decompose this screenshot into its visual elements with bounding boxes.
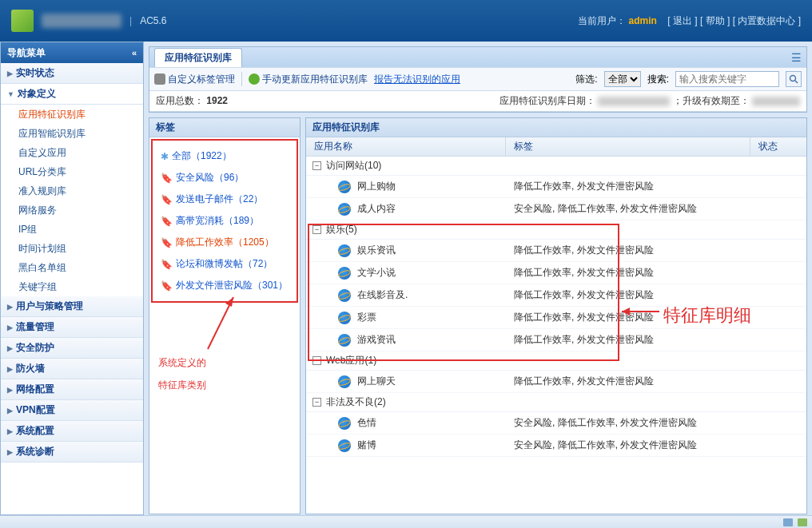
tag-label: 降低工作效率（1205）: [176, 236, 274, 249]
help-link[interactable]: [ 帮助 ]: [700, 15, 730, 26]
nav-label: 系统配置: [16, 424, 54, 438]
tab-app-signature-lib[interactable]: 应用特征识别库: [154, 48, 242, 67]
nav-label: 流量管理: [16, 320, 54, 334]
report-unknown-link[interactable]: 报告无法识别的应用: [374, 73, 460, 86]
nav-item[interactable]: ▶系统配置: [1, 421, 143, 442]
search-button[interactable]: [786, 71, 802, 87]
search-input[interactable]: [675, 71, 779, 87]
data-center-link[interactable]: [ 内置数据中心 ]: [733, 15, 801, 26]
nav-item[interactable]: ▼对象定义: [1, 84, 143, 105]
collapse-toggle-icon[interactable]: −: [312, 161, 321, 170]
nav-item[interactable]: ▶VPN配置: [1, 400, 143, 421]
nav-subitem[interactable]: 应用特征识别库: [1, 105, 143, 124]
tag-item[interactable]: 🔖论坛和微博发帖（72）: [159, 253, 290, 275]
nav-item[interactable]: ▶实时状态: [1, 63, 143, 84]
nav-item[interactable]: ▶网络配置: [1, 379, 143, 400]
tag-item[interactable]: 🔖降低工作效率（1205）: [159, 232, 290, 253]
app-row[interactable]: 网上购物降低工作效率, 外发文件泄密风险: [306, 176, 806, 198]
filter-label: 筛选:: [575, 73, 597, 86]
app-tags: 降低工作效率, 外发文件泄密风险: [514, 266, 654, 280]
ie-icon: [338, 417, 351, 430]
status-icon-1[interactable]: [783, 518, 793, 526]
tags-list: ✱全部（1922）🔖安全风险（96）🔖发送电子邮件（22）🔖高带宽消耗（189）…: [151, 139, 298, 303]
nav-item[interactable]: ▶防火墙: [1, 359, 143, 379]
app-name: 彩票: [357, 311, 514, 324]
tag-icon: 🔖: [161, 216, 173, 227]
grid-body[interactable]: −访问网站(10)网上购物降低工作效率, 外发文件泄密风险成人内容安全风险, 降…: [306, 157, 806, 514]
group-name: 非法及不良(2): [326, 395, 386, 409]
custom-tags-button[interactable]: 自定义标签管理: [154, 73, 235, 86]
app-row[interactable]: 成人内容安全风险, 降低工作效率, 外发文件泄密风险: [306, 198, 806, 220]
tag-item[interactable]: 🔖安全风险（96）: [159, 167, 290, 189]
col-tag[interactable]: 标签: [506, 137, 750, 156]
ie-icon: [338, 203, 351, 216]
app-name: 游戏资讯: [357, 333, 514, 347]
group-row[interactable]: −Web应用(1): [306, 351, 806, 371]
collapse-toggle-icon[interactable]: −: [312, 356, 321, 365]
group-row[interactable]: −访问网站(10): [306, 157, 806, 176]
tab-bar: 应用特征识别库 ☰: [149, 47, 806, 68]
app-row[interactable]: 网上聊天降低工作效率, 外发文件泄密风险: [306, 371, 806, 393]
chevron-icon: ▶: [7, 69, 13, 77]
nav-subitem[interactable]: IP组: [1, 220, 143, 239]
collapse-toggle-icon[interactable]: −: [312, 225, 321, 234]
tag-icon: 🔖: [161, 280, 173, 292]
collapse-toggle-icon[interactable]: −: [312, 398, 321, 407]
tag-item[interactable]: 🔖高带宽消耗（189）: [159, 210, 290, 232]
logout-link[interactable]: [ 退出 ]: [667, 15, 697, 26]
app-row[interactable]: 文学小说降低工作效率, 外发文件泄密风险: [306, 262, 806, 284]
nav-subitem[interactable]: 黑白名单组: [1, 258, 143, 277]
filter-select[interactable]: 全部: [604, 71, 641, 87]
tags-panel-header: 标签: [149, 118, 300, 137]
tag-item[interactable]: 🔖发送电子邮件（22）: [159, 189, 290, 210]
app-tags: 降低工作效率, 外发文件泄密风险: [514, 375, 654, 388]
tag-item[interactable]: 🔖外发文件泄密风险（301）: [159, 275, 290, 296]
nav-item[interactable]: ▶用户与策略管理: [1, 296, 143, 317]
app-tags: 降低工作效率, 外发文件泄密风险: [514, 244, 654, 257]
tab-menu-icon[interactable]: ☰: [791, 51, 802, 64]
star-icon: ✱: [161, 151, 169, 162]
col-status[interactable]: 状态: [750, 137, 806, 156]
group-name: Web应用(1): [326, 354, 376, 367]
chevron-icon: ▶: [7, 324, 13, 331]
nav-label: 网络配置: [16, 383, 54, 396]
nav-item[interactable]: ▶系统诊断: [1, 442, 143, 462]
ie-icon: [338, 181, 351, 193]
chevron-icon: ▶: [7, 407, 13, 415]
nav-subitem[interactable]: 时间计划组: [1, 239, 143, 258]
group-row[interactable]: −非法及不良(2): [306, 393, 806, 412]
app-row[interactable]: 娱乐资讯降低工作效率, 外发文件泄密风险: [306, 240, 806, 262]
magnifier-icon: [789, 74, 798, 84]
nav-subitem[interactable]: URL分类库: [1, 162, 143, 181]
tag-icon: 🔖: [161, 173, 173, 184]
nav-label: 实时状态: [16, 66, 54, 80]
nav-subitem[interactable]: 网络服务: [1, 200, 143, 220]
nav-label: 对象定义: [18, 87, 56, 101]
app-tags: 降低工作效率, 外发文件泄密风险: [514, 180, 654, 193]
lib-date-value-blur: [598, 97, 670, 106]
app-row[interactable]: 色情安全风险, 降低工作效率, 外发文件泄密风险: [306, 412, 806, 435]
app-row[interactable]: 游戏资讯降低工作效率, 外发文件泄密风险: [306, 329, 806, 351]
app-row[interactable]: 赌博安全风险, 降低工作效率, 外发文件泄密风险: [306, 435, 806, 457]
nav-item[interactable]: ▶流量管理: [1, 317, 143, 338]
nav-subitem[interactable]: 自定义应用: [1, 143, 143, 162]
collapse-icon[interactable]: «: [132, 48, 137, 58]
nav-label: 安全防护: [16, 341, 54, 355]
app-tags: 降低工作效率, 外发文件泄密风险: [514, 288, 654, 302]
col-app-name[interactable]: 应用名称: [306, 137, 506, 156]
app-name: 娱乐资讯: [357, 244, 514, 257]
nav-subitem[interactable]: 应用智能识别库: [1, 124, 143, 143]
nav-label: VPN配置: [16, 403, 55, 417]
tag-item[interactable]: ✱全部（1922）: [159, 145, 290, 167]
manual-update-button[interactable]: 手动更新应用特征识别库: [249, 73, 368, 86]
nav-subitem[interactable]: 关键字组: [1, 277, 143, 296]
app-name: 网上聊天: [357, 375, 514, 388]
status-icon-2[interactable]: [798, 518, 807, 526]
nav-item[interactable]: ▶安全防护: [1, 338, 143, 359]
chevron-icon: ▶: [7, 303, 13, 311]
nav-subitem[interactable]: 准入规则库: [1, 181, 143, 200]
valid-until-label: ；升级有效期至：: [673, 95, 750, 106]
current-user-name: admin: [629, 15, 657, 26]
group-row[interactable]: −娱乐(5): [306, 220, 806, 240]
total-label: 应用总数：: [156, 95, 204, 106]
